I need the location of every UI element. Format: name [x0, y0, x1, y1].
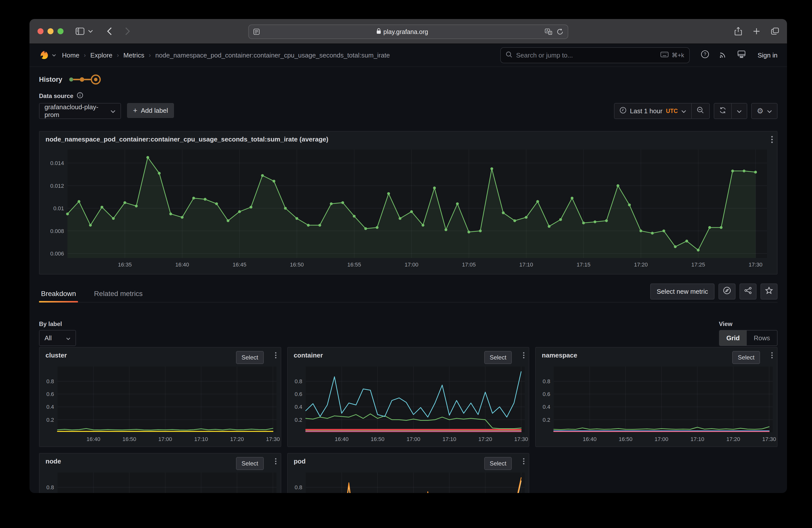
cluster-chart[interactable]: 0.20.40.60.816:4016:5017:0017:1017:2017:…: [40, 365, 280, 443]
breadcrumb-home[interactable]: Home: [62, 52, 79, 59]
by-label-select[interactable]: All: [39, 330, 76, 346]
history-trail: [69, 74, 101, 85]
node-chart[interactable]: 0.20.40.60.816:4016:5017:0017:1017:2017:…: [40, 470, 280, 493]
sign-in-button[interactable]: Sign in: [758, 52, 778, 59]
tab-overview-icon[interactable]: [771, 28, 779, 35]
select-namespace-button[interactable]: Select: [732, 351, 760, 364]
svg-text:17:10: 17:10: [691, 436, 704, 442]
history-current-step-icon[interactable]: [91, 74, 101, 85]
address-bar[interactable]: play.grafana.org A 文: [248, 25, 568, 39]
panel-menu-kebab-icon[interactable]: [771, 352, 773, 361]
history-step-icon[interactable]: [69, 77, 73, 82]
svg-text:0.8: 0.8: [543, 378, 551, 384]
time-range-button[interactable]: Last 1 hour UTC: [614, 103, 691, 118]
lock-icon: [377, 28, 381, 35]
star-button[interactable]: [760, 283, 778, 299]
svg-text:16:50: 16:50: [290, 262, 304, 268]
breakdown-panel-pod: pod Select 0.20.40.60.816:4016:5017:0017…: [287, 453, 530, 493]
panel-menu-kebab-icon[interactable]: [523, 457, 525, 467]
explore-compass-button[interactable]: [719, 283, 736, 299]
panel-title: cluster: [45, 352, 67, 359]
refresh-button[interactable]: [714, 103, 731, 118]
select-node-button[interactable]: Select: [236, 457, 264, 470]
share-panel-button[interactable]: [740, 283, 756, 299]
grafana-top-nav: Home › Explore › Metrics › node_namespac…: [29, 44, 787, 67]
breadcrumb: Home › Explore › Metrics › node_namespac…: [62, 52, 390, 59]
svg-text:0.2: 0.2: [46, 417, 54, 423]
monitor-icon[interactable]: [737, 50, 746, 60]
view-label: View: [719, 321, 778, 327]
panel-menu-kebab-icon[interactable]: [771, 135, 773, 146]
history-step-icon[interactable]: [80, 77, 84, 82]
svg-text:17:20: 17:20: [478, 436, 492, 442]
select-pod-button[interactable]: Select: [484, 457, 512, 470]
add-label-button[interactable]: + Add label: [127, 103, 174, 118]
settings-button[interactable]: ⚙: [752, 103, 777, 118]
view-rows-option[interactable]: Rows: [747, 331, 777, 346]
translate-icon[interactable]: A 文: [545, 29, 552, 35]
svg-text:17:30: 17:30: [762, 436, 776, 442]
panel-menu-kebab-icon[interactable]: [275, 457, 277, 467]
search-placeholder: Search or jump to...: [516, 52, 573, 59]
tab-bar: Breakdown Related metrics Select new met…: [39, 285, 778, 303]
data-source-label: Data source: [39, 92, 73, 100]
select-cluster-button[interactable]: Select: [236, 351, 264, 364]
svg-text:16:55: 16:55: [347, 262, 361, 268]
sidebar-toggle-icon[interactable]: [75, 28, 85, 35]
panel-menu-kebab-icon[interactable]: [523, 352, 525, 361]
tab-related-metrics[interactable]: Related metrics: [92, 285, 145, 302]
zoom-out-icon: [697, 106, 704, 116]
share-icon[interactable]: [735, 27, 742, 35]
svg-text:16:40: 16:40: [335, 436, 348, 442]
reader-icon[interactable]: [253, 29, 260, 35]
svg-text:0.4: 0.4: [46, 404, 54, 410]
reload-icon[interactable]: [557, 29, 563, 35]
new-tab-icon[interactable]: [753, 28, 760, 35]
org-switcher-chevron-icon[interactable]: [52, 54, 56, 57]
grafana-logo[interactable]: [39, 50, 49, 60]
breakdown-panel-cluster: cluster Select 0.20.40.60.816:4016:5017:…: [39, 347, 281, 447]
minimize-window-button[interactable]: [47, 28, 54, 34]
svg-text:文: 文: [549, 31, 551, 34]
fullscreen-window-button[interactable]: [58, 28, 63, 34]
settings-control: ⚙: [751, 103, 778, 119]
svg-text:17:00: 17:00: [406, 436, 420, 442]
breadcrumb-explore[interactable]: Explore: [90, 52, 112, 59]
chevron-down-icon: [681, 107, 686, 115]
select-container-button[interactable]: Select: [484, 351, 512, 364]
zoom-out-button[interactable]: [691, 103, 709, 118]
datasource-picker[interactable]: grafanacloud-play-prom: [39, 103, 121, 119]
info-icon[interactable]: [77, 92, 83, 100]
pod-chart[interactable]: 0.20.40.60.816:4016:5017:0017:1017:2017:…: [288, 470, 529, 493]
svg-text:0.6: 0.6: [46, 391, 54, 397]
desktop: play.grafana.org A 文: [0, 0, 812, 528]
main-chart[interactable]: 0.0060.0080.010.0120.01416:3516:4016:451…: [40, 147, 777, 271]
svg-text:17:00: 17:00: [158, 436, 172, 442]
svg-text:0.2: 0.2: [543, 417, 551, 423]
forward-button-icon[interactable]: [125, 27, 130, 35]
refresh-interval-dropdown[interactable]: [731, 103, 747, 118]
svg-text:17:00: 17:00: [405, 262, 419, 268]
select-new-metric-button[interactable]: Select new metric: [650, 283, 714, 299]
time-range-label: Last 1 hour: [630, 107, 663, 115]
breadcrumb-metrics[interactable]: Metrics: [124, 52, 145, 59]
refresh-icon: [719, 107, 726, 116]
back-button-icon[interactable]: [107, 27, 112, 35]
breakdown-panel-namespace: namespace Select 0.20.40.60.816:4016:501…: [535, 347, 778, 447]
namespace-chart[interactable]: 0.20.40.60.816:4016:5017:0017:1017:2017:…: [536, 365, 777, 443]
help-icon[interactable]: ?: [701, 50, 709, 60]
panel-title: container: [294, 352, 323, 359]
share-nodes-icon: [744, 287, 752, 296]
news-rss-icon[interactable]: [719, 50, 727, 60]
svg-text:16:40: 16:40: [87, 436, 100, 442]
svg-text:0.006: 0.006: [50, 250, 64, 257]
close-window-button[interactable]: [38, 28, 44, 34]
view-grid-option[interactable]: Grid: [720, 331, 747, 346]
view-toggle: Grid Rows: [719, 330, 778, 346]
search-input[interactable]: Search or jump to... ⌘+k: [500, 47, 690, 63]
tab-breakdown[interactable]: Breakdown: [39, 285, 78, 302]
panel-menu-kebab-icon[interactable]: [275, 352, 277, 361]
svg-text:0.014: 0.014: [50, 160, 64, 166]
container-chart[interactable]: 0.20.40.60.816:4016:5017:0017:1017:2017:…: [288, 365, 529, 443]
sidebar-chevron-icon[interactable]: [88, 29, 93, 33]
